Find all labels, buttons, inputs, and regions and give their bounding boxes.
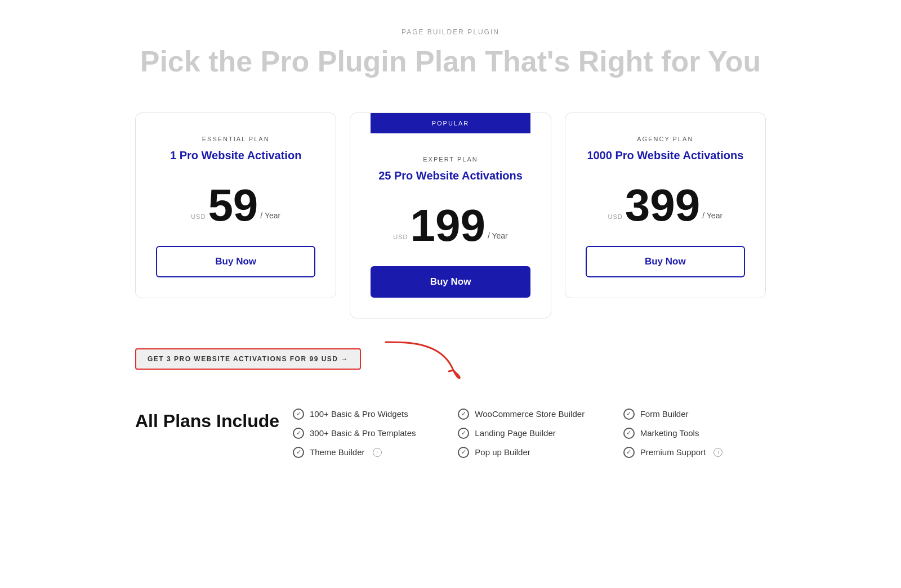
promo-row: GET 3 PRO WEBSITE ACTIVATIONS FOR 99 USD… [135,336,766,381]
price-amount-expert: 199 [410,203,485,248]
check-icon: ✓ [293,447,304,458]
price-amount-essential: 59 [208,183,258,228]
buy-btn-agency[interactable]: Buy Now [586,246,745,277]
price-usd-essential: USD [191,213,206,220]
feature-label: 300+ Basic & Pro Templates [310,428,416,438]
feature-label: Form Builder [640,409,689,419]
plan-card-expert: POPULAR EXPERT PLAN 25 Pro Website Activ… [350,113,551,318]
plan-card-agency: AGENCY PLAN 1000 Pro Website Activations… [565,113,766,298]
feature-item: ✓Theme Builderi [293,447,435,458]
check-icon: ✓ [293,428,304,439]
page-title: Pick the Pro Plugin Plan That's Right fo… [135,45,766,79]
feature-label: Landing Page Builder [475,428,555,438]
feature-label: Premium Support [640,447,706,457]
feature-label: Theme Builder [310,447,365,457]
promo-button[interactable]: GET 3 PRO WEBSITE ACTIVATIONS FOR 99 USD… [135,348,361,370]
feature-label: WooCommerce Store Builder [475,409,585,419]
price-period-expert: / Year [488,231,508,240]
feature-label: Marketing Tools [640,428,699,438]
feature-item: ✓Form Builder [623,409,766,420]
plan-activation-expert: 25 Pro Website Activations [371,168,530,183]
buy-btn-essential[interactable]: Buy Now [156,246,315,277]
feature-item: ✓300+ Basic & Pro Templates [293,428,435,439]
feature-label: Pop up Builder [475,447,530,457]
price-period-essential: / Year [260,211,280,220]
price-usd-agency: USD [608,213,623,220]
buy-btn-expert[interactable]: Buy Now [371,266,530,298]
info-icon[interactable]: i [713,448,722,457]
feature-item: ✓Pop up Builder [458,447,600,458]
features-grid: ✓100+ Basic & Pro Widgets✓WooCommerce St… [293,409,766,458]
promo-arrow-icon [374,336,476,381]
price-period-agency: / Year [702,211,722,220]
price-row-agency: USD 399 / Year [586,183,745,228]
price-row-expert: USD 199 / Year [371,203,530,248]
includes-title: All Plans Include [135,409,293,432]
feature-item: ✓Premium Supporti [623,447,766,458]
feature-item: ✓Landing Page Builder [458,428,600,439]
check-icon: ✓ [623,447,635,458]
feature-item: ✓Marketing Tools [623,428,766,439]
popular-badge: POPULAR [371,113,530,133]
price-amount-agency: 399 [625,183,700,228]
feature-label: 100+ Basic & Pro Widgets [310,409,408,419]
feature-item: ✓WooCommerce Store Builder [458,409,600,420]
includes-section: All Plans Include ✓100+ Basic & Pro Widg… [135,409,766,458]
check-icon: ✓ [293,409,304,420]
check-icon: ✓ [623,409,635,420]
plans-container: ESSENTIAL PLAN 1 Pro Website Activation … [135,113,766,318]
check-icon: ✓ [458,409,469,420]
plan-activation-agency: 1000 Pro Website Activations [586,148,745,163]
info-icon[interactable]: i [373,448,382,457]
check-icon: ✓ [623,428,635,439]
plan-name-essential: ESSENTIAL PLAN [156,136,315,142]
plan-name-expert: EXPERT PLAN [371,156,530,163]
page-subtitle: PAGE BUILDER PLUGIN [135,28,766,36]
feature-item: ✓100+ Basic & Pro Widgets [293,409,435,420]
price-usd-expert: USD [393,234,408,240]
price-row-essential: USD 59 / Year [156,183,315,228]
plan-name-agency: AGENCY PLAN [586,136,745,142]
check-icon: ✓ [458,428,469,439]
check-icon: ✓ [458,447,469,458]
plan-card-essential: ESSENTIAL PLAN 1 Pro Website Activation … [135,113,336,298]
plan-activation-essential: 1 Pro Website Activation [156,148,315,163]
